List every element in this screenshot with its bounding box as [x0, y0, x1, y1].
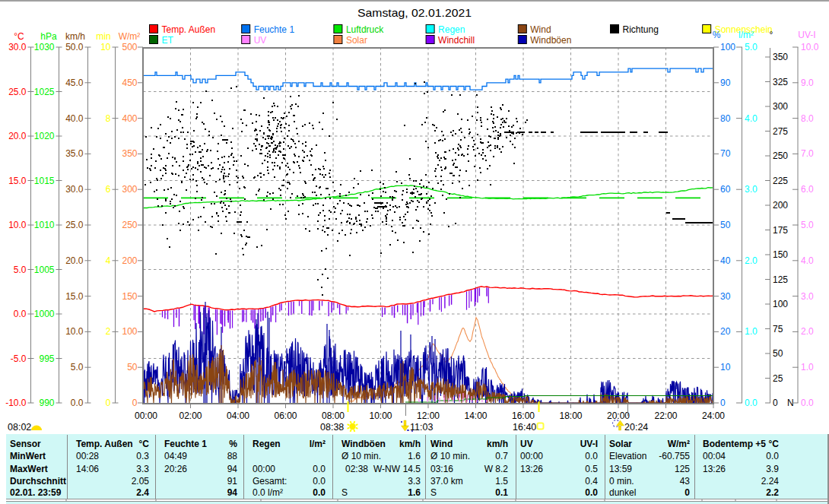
svg-text:13:26: 13:26	[520, 464, 543, 474]
svg-text:30.0: 30.0	[8, 42, 27, 52]
svg-text:0: 0	[106, 398, 111, 408]
svg-text:0.0: 0.0	[313, 487, 326, 498]
svg-text:300: 300	[773, 101, 788, 112]
svg-text:0.1: 0.1	[495, 487, 508, 498]
svg-text:13:26: 13:26	[703, 464, 726, 474]
svg-text:20:26: 20:26	[164, 464, 187, 474]
svg-text:70: 70	[720, 148, 731, 159]
svg-text:dunkel: dunkel	[609, 487, 636, 498]
svg-text:990: 990	[39, 398, 54, 408]
svg-text:18:00: 18:00	[559, 410, 582, 421]
svg-text:1.5: 1.5	[495, 476, 508, 487]
svg-text:350: 350	[773, 52, 788, 62]
svg-text:225: 225	[773, 176, 788, 186]
svg-text:2.0: 2.0	[801, 326, 814, 337]
svg-text:25.0: 25.0	[65, 220, 84, 230]
svg-text:20.0: 20.0	[65, 255, 84, 266]
svg-text:7.0: 7.0	[801, 148, 814, 159]
svg-text:3.0: 3.0	[801, 291, 814, 302]
svg-text:275: 275	[773, 126, 788, 137]
svg-text:0.0: 0.0	[585, 451, 598, 461]
svg-text:1.6: 1.6	[408, 487, 421, 498]
svg-text:16:40: 16:40	[513, 422, 536, 433]
svg-text:1030: 1030	[34, 42, 55, 52]
svg-text:40: 40	[720, 255, 731, 266]
svg-text:km/h: km/h	[399, 439, 421, 449]
svg-text:S: S	[430, 487, 437, 498]
svg-text:0: 0	[132, 398, 138, 408]
svg-text:Ø 10 min.: Ø 10 min.	[341, 451, 381, 461]
svg-text:0: 0	[684, 487, 690, 498]
svg-text:UV-I: UV-I	[580, 439, 598, 449]
svg-text:94: 94	[227, 487, 238, 498]
svg-text:Windböen: Windböen	[530, 35, 571, 46]
svg-text:30: 30	[720, 291, 731, 302]
svg-text:50: 50	[720, 220, 731, 230]
svg-text:5.0: 5.0	[801, 220, 814, 230]
svg-text:14:00: 14:00	[464, 410, 487, 421]
svg-text:14:06: 14:06	[76, 464, 99, 474]
svg-text:90: 90	[720, 78, 731, 88]
svg-text:S: S	[341, 487, 348, 498]
svg-text:00:00: 00:00	[520, 451, 543, 461]
svg-text:00:00: 00:00	[253, 464, 275, 474]
svg-text:06:00: 06:00	[274, 410, 297, 421]
svg-text:6: 6	[106, 184, 111, 195]
svg-text:1.0: 1.0	[801, 362, 814, 372]
svg-text:Richtung: Richtung	[623, 24, 659, 35]
svg-text:0.0: 0.0	[71, 398, 84, 408]
svg-text:Temp. Außen: Temp. Außen	[162, 24, 216, 35]
svg-text:200: 200	[122, 255, 137, 266]
svg-text:00:28: 00:28	[76, 451, 99, 461]
svg-text:50: 50	[773, 348, 783, 359]
svg-text:13:59: 13:59	[609, 464, 632, 474]
svg-text:W 8.2: W 8.2	[484, 464, 509, 474]
svg-text:03:16: 03:16	[430, 464, 453, 474]
svg-text:11:03: 11:03	[410, 422, 433, 433]
svg-text:0: 0	[720, 398, 726, 408]
svg-text:02:00: 02:00	[179, 410, 202, 421]
svg-text:°C: °C	[14, 31, 24, 42]
svg-text:250: 250	[122, 220, 137, 230]
svg-text:350: 350	[122, 148, 137, 159]
svg-text:100: 100	[720, 42, 735, 52]
svg-text:94: 94	[227, 464, 238, 474]
svg-text:10.0: 10.0	[65, 326, 84, 337]
svg-text:100: 100	[122, 326, 137, 337]
svg-text:W/m²: W/m²	[119, 31, 141, 42]
svg-text:0 min.: 0 min.	[609, 476, 634, 487]
svg-text:UV-I: UV-I	[798, 30, 815, 40]
svg-text:Sensor: Sensor	[10, 439, 41, 449]
svg-text:80: 80	[720, 113, 731, 124]
svg-text:Samstag, 02.01.2021: Samstag, 02.01.2021	[357, 7, 472, 19]
svg-text:3.0: 3.0	[745, 184, 758, 195]
svg-text:l/m²: l/m²	[310, 439, 326, 449]
svg-text:12:00: 12:00	[417, 410, 440, 421]
svg-text:150: 150	[773, 249, 788, 260]
svg-text:W/m²: W/m²	[668, 439, 690, 449]
svg-text:5.0: 5.0	[745, 42, 758, 52]
svg-text:10.0: 10.0	[8, 220, 27, 230]
svg-text:km/h: km/h	[487, 439, 508, 449]
svg-text:37.0 km: 37.0 km	[430, 476, 463, 487]
svg-text:14.5: 14.5	[403, 464, 421, 474]
svg-text:0.3: 0.3	[136, 451, 149, 461]
svg-text:8: 8	[106, 113, 111, 124]
svg-text:10:00: 10:00	[369, 410, 392, 421]
svg-text:150: 150	[122, 291, 137, 302]
svg-text:Elevation: Elevation	[609, 451, 646, 461]
svg-text:02:38: 02:38	[345, 464, 368, 474]
svg-text:Solar: Solar	[346, 35, 367, 46]
svg-text:500: 500	[122, 42, 137, 52]
svg-text:175: 175	[773, 225, 788, 236]
svg-text:04:49: 04:49	[164, 451, 187, 461]
svg-text:125: 125	[773, 274, 788, 285]
svg-text:0: 0	[773, 398, 778, 408]
svg-text:-5.0: -5.0	[11, 353, 27, 364]
svg-text:Temp. Außen: Temp. Außen	[76, 439, 133, 449]
svg-text:16:00: 16:00	[512, 410, 535, 421]
svg-text:20.0: 20.0	[8, 131, 27, 141]
svg-text:UV: UV	[520, 439, 533, 449]
svg-text:W-NW: W-NW	[373, 464, 401, 474]
svg-text:00:04: 00:04	[703, 451, 726, 461]
